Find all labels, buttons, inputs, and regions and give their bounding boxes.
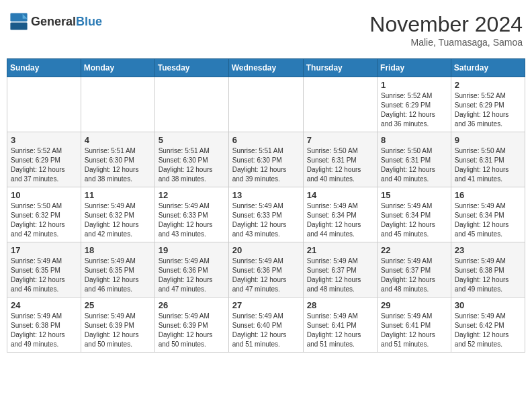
calendar-cell: 15Sunrise: 5:49 AM Sunset: 6:34 PM Dayli… [378, 187, 451, 242]
day-number: 7 [307, 135, 373, 145]
day-number: 5 [159, 135, 225, 145]
calendar-cell: 30Sunrise: 5:49 AM Sunset: 6:42 PM Dayli… [451, 298, 525, 353]
calendar-cell: 28Sunrise: 5:49 AM Sunset: 6:41 PM Dayli… [303, 298, 377, 353]
calendar-cell: 4Sunrise: 5:51 AM Sunset: 6:30 PM Daylig… [81, 132, 154, 187]
cell-info: Sunrise: 5:51 AM Sunset: 6:30 PM Dayligh… [159, 146, 225, 184]
calendar-week-row: 1Sunrise: 5:52 AM Sunset: 6:29 PM Daylig… [7, 77, 525, 132]
month-title: November 2024 [369, 12, 523, 37]
calendar-cell: 11Sunrise: 5:49 AM Sunset: 6:32 PM Dayli… [81, 187, 154, 242]
calendar-week-row: 24Sunrise: 5:49 AM Sunset: 6:38 PM Dayli… [7, 298, 525, 353]
day-number: 3 [11, 135, 77, 145]
cell-info: Sunrise: 5:49 AM Sunset: 6:36 PM Dayligh… [159, 257, 225, 294]
logo-blue: Blue [76, 15, 102, 29]
calendar-cell: 12Sunrise: 5:49 AM Sunset: 6:33 PM Dayli… [154, 187, 228, 242]
calendar-cell: 26Sunrise: 5:49 AM Sunset: 6:39 PM Dayli… [154, 298, 228, 353]
calendar-cell: 7Sunrise: 5:50 AM Sunset: 6:31 PM Daylig… [303, 132, 377, 187]
title-section: November 2024 Malie, Tuamasaga, Samoa [369, 12, 523, 48]
weekday-header-sunday: Sunday [7, 59, 81, 77]
calendar-cell: 25Sunrise: 5:49 AM Sunset: 6:39 PM Dayli… [81, 298, 154, 353]
calendar-week-row: 3Sunrise: 5:52 AM Sunset: 6:29 PM Daylig… [7, 132, 525, 187]
day-number: 17 [11, 245, 77, 255]
cell-info: Sunrise: 5:49 AM Sunset: 6:41 PM Dayligh… [381, 312, 447, 349]
day-number: 14 [307, 190, 373, 200]
logo: General Blue [9, 12, 102, 31]
day-number: 26 [159, 300, 225, 310]
calendar-cell: 24Sunrise: 5:49 AM Sunset: 6:38 PM Dayli… [7, 298, 81, 353]
day-number: 18 [85, 245, 151, 255]
day-number: 4 [85, 135, 151, 145]
calendar-cell: 13Sunrise: 5:49 AM Sunset: 6:33 PM Dayli… [228, 187, 303, 242]
cell-info: Sunrise: 5:49 AM Sunset: 6:35 PM Dayligh… [11, 257, 77, 294]
calendar-cell [228, 77, 303, 132]
cell-info: Sunrise: 5:50 AM Sunset: 6:31 PM Dayligh… [381, 146, 447, 184]
day-number: 13 [232, 190, 300, 200]
cell-info: Sunrise: 5:52 AM Sunset: 6:29 PM Dayligh… [455, 91, 521, 129]
logo-icon [9, 12, 28, 31]
weekday-header-wednesday: Wednesday [228, 59, 303, 77]
cell-info: Sunrise: 5:49 AM Sunset: 6:33 PM Dayligh… [232, 201, 300, 239]
cell-info: Sunrise: 5:49 AM Sunset: 6:32 PM Dayligh… [85, 201, 151, 239]
cell-info: Sunrise: 5:49 AM Sunset: 6:34 PM Dayligh… [307, 201, 373, 239]
cell-info: Sunrise: 5:49 AM Sunset: 6:34 PM Dayligh… [455, 201, 521, 239]
cell-info: Sunrise: 5:52 AM Sunset: 6:29 PM Dayligh… [11, 146, 77, 184]
calendar-cell: 3Sunrise: 5:52 AM Sunset: 6:29 PM Daylig… [7, 132, 81, 187]
calendar-cell [154, 77, 228, 132]
day-number: 28 [307, 300, 373, 310]
cell-info: Sunrise: 5:49 AM Sunset: 6:41 PM Dayligh… [307, 312, 373, 349]
day-number: 29 [381, 300, 447, 310]
cell-info: Sunrise: 5:49 AM Sunset: 6:34 PM Dayligh… [381, 201, 447, 239]
day-number: 10 [11, 190, 77, 200]
calendar-cell: 10Sunrise: 5:50 AM Sunset: 6:32 PM Dayli… [7, 187, 81, 242]
calendar-cell: 19Sunrise: 5:49 AM Sunset: 6:36 PM Dayli… [154, 242, 228, 298]
calendar-cell: 14Sunrise: 5:49 AM Sunset: 6:34 PM Dayli… [303, 187, 377, 242]
page-header: General Blue November 2024 Malie, Tuamas… [7, 7, 525, 53]
calendar-cell: 6Sunrise: 5:51 AM Sunset: 6:30 PM Daylig… [228, 132, 303, 187]
cell-info: Sunrise: 5:49 AM Sunset: 6:36 PM Dayligh… [232, 257, 300, 294]
weekday-header-tuesday: Tuesday [154, 59, 228, 77]
svg-rect-2 [10, 22, 27, 30]
calendar-cell: 17Sunrise: 5:49 AM Sunset: 6:35 PM Dayli… [7, 242, 81, 298]
cell-info: Sunrise: 5:52 AM Sunset: 6:29 PM Dayligh… [381, 91, 447, 129]
calendar-table: SundayMondayTuesdayWednesdayThursdayFrid… [7, 58, 525, 353]
cell-info: Sunrise: 5:49 AM Sunset: 6:39 PM Dayligh… [159, 312, 225, 349]
day-number: 12 [159, 190, 225, 200]
calendar-cell: 22Sunrise: 5:49 AM Sunset: 6:37 PM Dayli… [378, 242, 451, 298]
calendar-cell [303, 77, 377, 132]
cell-info: Sunrise: 5:49 AM Sunset: 6:39 PM Dayligh… [85, 312, 151, 349]
day-number: 22 [381, 245, 447, 255]
weekday-header-monday: Monday [81, 59, 154, 77]
calendar-cell: 20Sunrise: 5:49 AM Sunset: 6:36 PM Dayli… [228, 242, 303, 298]
day-number: 23 [455, 245, 521, 255]
calendar-cell: 23Sunrise: 5:49 AM Sunset: 6:38 PM Dayli… [451, 242, 525, 298]
day-number: 1 [381, 80, 447, 90]
cell-info: Sunrise: 5:49 AM Sunset: 6:38 PM Dayligh… [455, 257, 521, 294]
calendar-cell: 8Sunrise: 5:50 AM Sunset: 6:31 PM Daylig… [378, 132, 451, 187]
day-number: 20 [232, 245, 300, 255]
logo-general: General [31, 15, 76, 29]
day-number: 8 [381, 135, 447, 145]
calendar-cell: 5Sunrise: 5:51 AM Sunset: 6:30 PM Daylig… [154, 132, 228, 187]
calendar-cell [81, 77, 154, 132]
cell-info: Sunrise: 5:50 AM Sunset: 6:31 PM Dayligh… [307, 146, 373, 184]
cell-info: Sunrise: 5:49 AM Sunset: 6:37 PM Dayligh… [307, 257, 373, 294]
cell-info: Sunrise: 5:49 AM Sunset: 6:37 PM Dayligh… [381, 257, 447, 294]
cell-info: Sunrise: 5:51 AM Sunset: 6:30 PM Dayligh… [85, 146, 151, 184]
day-number: 19 [159, 245, 225, 255]
day-number: 24 [11, 300, 77, 310]
calendar-cell: 9Sunrise: 5:50 AM Sunset: 6:31 PM Daylig… [451, 132, 525, 187]
cell-info: Sunrise: 5:49 AM Sunset: 6:33 PM Dayligh… [159, 201, 225, 239]
day-number: 16 [455, 190, 521, 200]
calendar-cell: 18Sunrise: 5:49 AM Sunset: 6:35 PM Dayli… [81, 242, 154, 298]
cell-info: Sunrise: 5:49 AM Sunset: 6:35 PM Dayligh… [85, 257, 151, 294]
day-number: 15 [381, 190, 447, 200]
cell-info: Sunrise: 5:50 AM Sunset: 6:31 PM Dayligh… [455, 146, 521, 184]
weekday-header-friday: Friday [378, 59, 451, 77]
calendar-week-row: 17Sunrise: 5:49 AM Sunset: 6:35 PM Dayli… [7, 242, 525, 298]
calendar-cell: 29Sunrise: 5:49 AM Sunset: 6:41 PM Dayli… [378, 298, 451, 353]
cell-info: Sunrise: 5:49 AM Sunset: 6:38 PM Dayligh… [11, 312, 77, 349]
day-number: 21 [307, 245, 373, 255]
calendar-week-row: 10Sunrise: 5:50 AM Sunset: 6:32 PM Dayli… [7, 187, 525, 242]
weekday-header-row: SundayMondayTuesdayWednesdayThursdayFrid… [7, 59, 525, 77]
calendar-cell: 2Sunrise: 5:52 AM Sunset: 6:29 PM Daylig… [451, 77, 525, 132]
calendar-cell: 27Sunrise: 5:49 AM Sunset: 6:40 PM Dayli… [228, 298, 303, 353]
